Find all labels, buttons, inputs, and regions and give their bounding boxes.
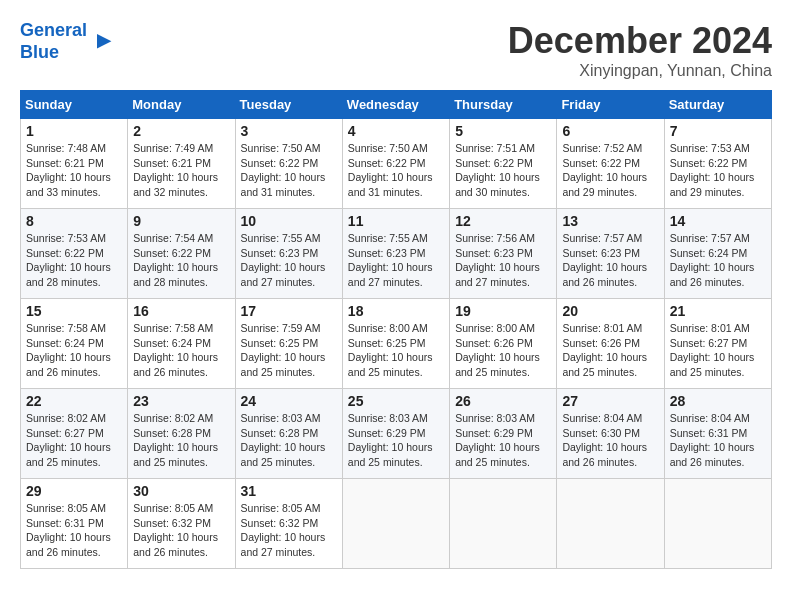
calendar-day-10: 10Sunrise: 7:55 AM Sunset: 6:23 PM Dayli… [235,209,342,299]
logo: GeneralBlue [20,20,113,63]
day-number: 22 [26,393,122,409]
day-info: Sunrise: 7:49 AM Sunset: 6:21 PM Dayligh… [133,141,229,200]
day-info: Sunrise: 8:01 AM Sunset: 6:26 PM Dayligh… [562,321,658,380]
calendar-day-13: 13Sunrise: 7:57 AM Sunset: 6:23 PM Dayli… [557,209,664,299]
calendar-day-25: 25Sunrise: 8:03 AM Sunset: 6:29 PM Dayli… [342,389,449,479]
calendar-day-31: 31Sunrise: 8:05 AM Sunset: 6:32 PM Dayli… [235,479,342,569]
day-info: Sunrise: 7:57 AM Sunset: 6:23 PM Dayligh… [562,231,658,290]
day-number: 19 [455,303,551,319]
day-info: Sunrise: 8:03 AM Sunset: 6:29 PM Dayligh… [455,411,551,470]
day-info: Sunrise: 7:50 AM Sunset: 6:22 PM Dayligh… [348,141,444,200]
calendar-day-28: 28Sunrise: 8:04 AM Sunset: 6:31 PM Dayli… [664,389,771,479]
day-number: 23 [133,393,229,409]
day-number: 9 [133,213,229,229]
day-number: 12 [455,213,551,229]
day-number: 24 [241,393,337,409]
day-number: 16 [133,303,229,319]
calendar-day-6: 6Sunrise: 7:52 AM Sunset: 6:22 PM Daylig… [557,119,664,209]
day-info: Sunrise: 8:04 AM Sunset: 6:31 PM Dayligh… [670,411,766,470]
calendar-day-12: 12Sunrise: 7:56 AM Sunset: 6:23 PM Dayli… [450,209,557,299]
weekday-header-tuesday: Tuesday [235,91,342,119]
calendar-day-21: 21Sunrise: 8:01 AM Sunset: 6:27 PM Dayli… [664,299,771,389]
weekday-header-saturday: Saturday [664,91,771,119]
calendar-empty-cell [342,479,449,569]
day-info: Sunrise: 7:48 AM Sunset: 6:21 PM Dayligh… [26,141,122,200]
calendar-empty-cell [664,479,771,569]
calendar-day-24: 24Sunrise: 8:03 AM Sunset: 6:28 PM Dayli… [235,389,342,479]
day-number: 17 [241,303,337,319]
calendar-day-4: 4Sunrise: 7:50 AM Sunset: 6:22 PM Daylig… [342,119,449,209]
day-info: Sunrise: 7:53 AM Sunset: 6:22 PM Dayligh… [670,141,766,200]
day-info: Sunrise: 8:03 AM Sunset: 6:28 PM Dayligh… [241,411,337,470]
day-number: 28 [670,393,766,409]
day-number: 6 [562,123,658,139]
day-info: Sunrise: 7:53 AM Sunset: 6:22 PM Dayligh… [26,231,122,290]
calendar-week-4: 22Sunrise: 8:02 AM Sunset: 6:27 PM Dayli… [21,389,772,479]
day-number: 15 [26,303,122,319]
day-number: 2 [133,123,229,139]
day-number: 20 [562,303,658,319]
day-info: Sunrise: 8:00 AM Sunset: 6:26 PM Dayligh… [455,321,551,380]
day-number: 14 [670,213,766,229]
logo-icon [89,30,113,54]
calendar-day-23: 23Sunrise: 8:02 AM Sunset: 6:28 PM Dayli… [128,389,235,479]
day-info: Sunrise: 7:54 AM Sunset: 6:22 PM Dayligh… [133,231,229,290]
day-number: 25 [348,393,444,409]
day-info: Sunrise: 8:05 AM Sunset: 6:32 PM Dayligh… [241,501,337,560]
calendar-empty-cell [450,479,557,569]
day-number: 27 [562,393,658,409]
weekday-header-friday: Friday [557,91,664,119]
title-block: December 2024 Xinyingpan, Yunnan, China [508,20,772,80]
day-info: Sunrise: 8:04 AM Sunset: 6:30 PM Dayligh… [562,411,658,470]
calendar-day-2: 2Sunrise: 7:49 AM Sunset: 6:21 PM Daylig… [128,119,235,209]
day-info: Sunrise: 7:57 AM Sunset: 6:24 PM Dayligh… [670,231,766,290]
calendar-day-30: 30Sunrise: 8:05 AM Sunset: 6:32 PM Dayli… [128,479,235,569]
day-info: Sunrise: 8:01 AM Sunset: 6:27 PM Dayligh… [670,321,766,380]
calendar-day-5: 5Sunrise: 7:51 AM Sunset: 6:22 PM Daylig… [450,119,557,209]
calendar-day-11: 11Sunrise: 7:55 AM Sunset: 6:23 PM Dayli… [342,209,449,299]
day-number: 30 [133,483,229,499]
day-info: Sunrise: 7:58 AM Sunset: 6:24 PM Dayligh… [133,321,229,380]
day-info: Sunrise: 7:55 AM Sunset: 6:23 PM Dayligh… [241,231,337,290]
day-number: 10 [241,213,337,229]
calendar-day-26: 26Sunrise: 8:03 AM Sunset: 6:29 PM Dayli… [450,389,557,479]
day-number: 4 [348,123,444,139]
calendar-day-8: 8Sunrise: 7:53 AM Sunset: 6:22 PM Daylig… [21,209,128,299]
calendar-day-3: 3Sunrise: 7:50 AM Sunset: 6:22 PM Daylig… [235,119,342,209]
svg-marker-0 [97,34,111,48]
calendar-week-1: 1Sunrise: 7:48 AM Sunset: 6:21 PM Daylig… [21,119,772,209]
day-info: Sunrise: 8:03 AM Sunset: 6:29 PM Dayligh… [348,411,444,470]
calendar-header-row: SundayMondayTuesdayWednesdayThursdayFrid… [21,91,772,119]
calendar-day-9: 9Sunrise: 7:54 AM Sunset: 6:22 PM Daylig… [128,209,235,299]
day-info: Sunrise: 7:58 AM Sunset: 6:24 PM Dayligh… [26,321,122,380]
day-number: 1 [26,123,122,139]
logo-text: GeneralBlue [20,20,87,63]
calendar-body: 1Sunrise: 7:48 AM Sunset: 6:21 PM Daylig… [21,119,772,569]
calendar-day-1: 1Sunrise: 7:48 AM Sunset: 6:21 PM Daylig… [21,119,128,209]
day-number: 21 [670,303,766,319]
calendar-day-22: 22Sunrise: 8:02 AM Sunset: 6:27 PM Dayli… [21,389,128,479]
calendar-day-17: 17Sunrise: 7:59 AM Sunset: 6:25 PM Dayli… [235,299,342,389]
calendar-table: SundayMondayTuesdayWednesdayThursdayFrid… [20,90,772,569]
day-number: 18 [348,303,444,319]
day-info: Sunrise: 7:51 AM Sunset: 6:22 PM Dayligh… [455,141,551,200]
weekday-header-thursday: Thursday [450,91,557,119]
calendar-day-18: 18Sunrise: 8:00 AM Sunset: 6:25 PM Dayli… [342,299,449,389]
day-info: Sunrise: 8:02 AM Sunset: 6:27 PM Dayligh… [26,411,122,470]
calendar-day-19: 19Sunrise: 8:00 AM Sunset: 6:26 PM Dayli… [450,299,557,389]
day-number: 8 [26,213,122,229]
weekday-header-monday: Monday [128,91,235,119]
day-number: 26 [455,393,551,409]
weekday-header-sunday: Sunday [21,91,128,119]
day-number: 5 [455,123,551,139]
day-info: Sunrise: 7:55 AM Sunset: 6:23 PM Dayligh… [348,231,444,290]
calendar-empty-cell [557,479,664,569]
day-info: Sunrise: 7:50 AM Sunset: 6:22 PM Dayligh… [241,141,337,200]
day-info: Sunrise: 7:59 AM Sunset: 6:25 PM Dayligh… [241,321,337,380]
calendar-day-20: 20Sunrise: 8:01 AM Sunset: 6:26 PM Dayli… [557,299,664,389]
calendar-day-29: 29Sunrise: 8:05 AM Sunset: 6:31 PM Dayli… [21,479,128,569]
calendar-week-3: 15Sunrise: 7:58 AM Sunset: 6:24 PM Dayli… [21,299,772,389]
day-info: Sunrise: 7:56 AM Sunset: 6:23 PM Dayligh… [455,231,551,290]
calendar-week-2: 8Sunrise: 7:53 AM Sunset: 6:22 PM Daylig… [21,209,772,299]
calendar-day-27: 27Sunrise: 8:04 AM Sunset: 6:30 PM Dayli… [557,389,664,479]
